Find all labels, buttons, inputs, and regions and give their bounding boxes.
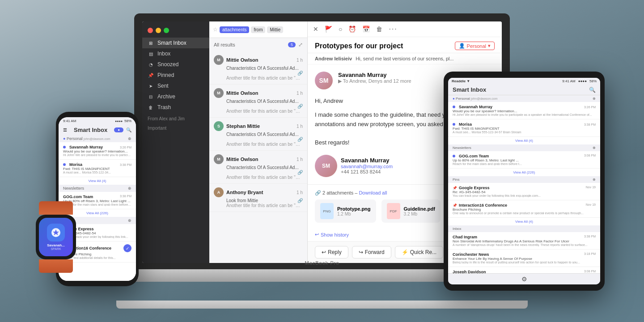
result-sender-2: Mittie Owlson: [226, 90, 258, 96]
ipad-view-all-newsletters[interactable]: View All (226): [448, 169, 600, 176]
close-button[interactable]: [148, 28, 153, 33]
search-result-4[interactable]: M Mittie Owlson 1 h Characteristics Of A…: [209, 151, 307, 184]
email-preview-bar: Andrew Ielisieiv Hi, send me last versio…: [308, 53, 502, 64]
fullscreen-button[interactable]: [164, 28, 169, 33]
personal-badge[interactable]: 👤 Personal ▾: [455, 42, 495, 50]
newsletters-menu[interactable]: ⊕: [128, 186, 131, 191]
ipad-email-1[interactable]: Savannah Murray 3:26 PM Would you be our…: [448, 102, 600, 119]
result-avatar-2: M: [214, 88, 224, 98]
attach-file-1-info: Prototype.png 1.2 Mb: [337, 206, 371, 216]
iphone-subject-1: Would you be our speaker? Internation...: [63, 149, 131, 153]
result-time-4: 1 h: [297, 157, 303, 162]
trash-icon: 🗑: [148, 104, 154, 110]
flag-icon[interactable]: 🚩: [325, 25, 332, 33]
result-preview-1: Another title for this article can be "H…: [226, 76, 303, 80]
ipad-pins-menu[interactable]: ⊕: [593, 178, 596, 182]
ipad-sender-1: Savannah Murray: [459, 105, 492, 109]
iphone-search-icon[interactable]: 🔍: [126, 127, 131, 132]
history-label: Show history: [321, 232, 349, 237]
more-icon[interactable]: ···: [389, 25, 397, 33]
attach-label: 2 attachments –: [322, 190, 359, 195]
quick-reply-button[interactable]: ⚡ Quick Re...: [395, 246, 443, 258]
ipad-pins-label: Pins: [453, 178, 460, 182]
expand-icon[interactable]: ⤢: [298, 42, 303, 48]
download-all-link[interactable]: Download all: [359, 190, 387, 195]
back-icon[interactable]: ✕: [313, 25, 318, 33]
iphone-email-1[interactable]: Savannah Murray 3:26 PM Would you be our…: [59, 142, 136, 160]
results-count: 5: [288, 42, 296, 47]
ipad-search-icon[interactable]: 🔍: [589, 87, 596, 93]
iphone-time-3: 3:38 PM: [120, 195, 131, 199]
ipad-settings-icon[interactable]: ⚙: [521, 275, 527, 283]
reply-button[interactable]: ↩ Reply: [315, 246, 348, 258]
clock-icon[interactable]: ⏰: [348, 25, 356, 33]
result-sender-4: Mittie Owlson: [226, 157, 258, 162]
search-result-1[interactable]: M Mittie Owlson 1 h Characteristics Of A…: [209, 51, 307, 85]
pdf-icon: PDF: [387, 203, 400, 219]
ipad-email-3[interactable]: GOG.com Team 3:08 PM Up to 80% off Risen…: [448, 151, 600, 169]
search-star-icon: ☆: [213, 26, 218, 33]
ipad-email-6[interactable]: Chad Ingram 3:38 PM Non Steroidal Anti I…: [448, 232, 600, 250]
ipad-bottom-bar: ⚙: [448, 273, 600, 284]
watch-app-name: SPARK: [51, 247, 61, 250]
ipad-personal-menu[interactable]: ⊕: [593, 97, 596, 101]
ipad-email-5[interactable]: 📌 Interaction16 Conference Nov 19 Brochu…: [448, 200, 600, 218]
ipad-newsletters-menu[interactable]: ⊕: [593, 146, 596, 150]
ipad-section-personal: ● Personal john@dawson.com ⊕: [448, 95, 600, 102]
minimize-button[interactable]: [156, 28, 161, 33]
sidebar-item-inbox[interactable]: ▤ Inbox: [142, 48, 209, 59]
sidebar-item-smart-inbox[interactable]: ⊞ Smart Inbox: [142, 38, 209, 48]
ipad-email-7[interactable]: Corinchester News 3:18 PM Enhance Your L…: [448, 250, 600, 267]
sidebar-item-snoozed[interactable]: ◔ Snoozed: [142, 59, 209, 70]
view-all-personal[interactable]: View All (4): [59, 177, 136, 185]
attach-file-1-size: 1.2 Mb: [337, 212, 371, 216]
search-result-2[interactable]: M Mittie Owlson 1 h Characteristics Of A…: [209, 85, 307, 118]
watch-app-icon: [47, 224, 65, 242]
sidebar-item-smart-inbox-label: Smart Inbox: [157, 40, 186, 46]
ipad-email-8[interactable]: Joseph Davidson 3:08 PM Trip To Iqaluit …: [448, 267, 600, 273]
sync-toggle[interactable]: ●: [114, 127, 123, 132]
result-preview-3: Another title for this article can be "H…: [226, 142, 303, 147]
pins-menu[interactable]: ⊕: [128, 218, 131, 223]
personal-label: Personal: [467, 43, 486, 49]
ipad-subject-3: Up to 80% off Risen 3, Metro: Last light…: [453, 158, 596, 162]
result-preview-5: Another title for this article can be "H…: [226, 203, 303, 208]
attach-file-2-size: 3.2 Mb: [404, 212, 435, 216]
forward-button[interactable]: ↪ Forward: [352, 246, 391, 258]
mittie-chip[interactable]: Mittie: [267, 26, 283, 33]
ipad-sender-5: Interaction16 Conference: [459, 203, 507, 208]
result-sender-1: Mittie Owlson: [226, 57, 258, 63]
sidebar-item-trash[interactable]: 🗑 Trash: [142, 102, 209, 113]
iphone-signal: ●●●●: [115, 119, 123, 123]
ipad-email-4[interactable]: 📌 Google Express Nov 19 Re: #G-345-0482-…: [448, 183, 600, 200]
ipad-time-2: 3:38 PM: [584, 123, 596, 126]
ipad-sender-3: GOG.com Team: [459, 154, 489, 158]
trash-action-icon[interactable]: 🗑: [376, 25, 382, 33]
from-chip[interactable]: from: [251, 26, 265, 33]
iphone-menu-icon[interactable]: ☰: [63, 127, 67, 132]
unread-dot-2: [63, 163, 66, 166]
ipad-email-2[interactable]: Morisa 3:38 PM Fwd: THIS IS MAGNIFICENT …: [448, 119, 600, 137]
ipad-unread-3: [453, 155, 455, 157]
iphone-email-2[interactable]: Morisa 3:38 PM Fwd: THIS IS MAGNIFICENT …: [59, 160, 136, 177]
section-menu-icon[interactable]: ⊕: [128, 136, 131, 141]
calendar-icon[interactable]: 📅: [362, 25, 370, 33]
sidebar-item-sent[interactable]: ➤ Sent: [142, 80, 209, 91]
ipad-view-all-personal[interactable]: View All (4): [448, 137, 600, 144]
search-result-3[interactable]: S Stephan Mittie 1 h Characteristics Of …: [209, 118, 307, 151]
sidebar-item-archive[interactable]: ⊟ Archive: [142, 91, 209, 102]
macbook-keyboard: [116, 301, 528, 309]
sidebar-item-inbox-label: Inbox: [157, 51, 170, 57]
search-result-5[interactable]: A Anthony Bryant 1 h Look from Mittie 🔗 …: [209, 184, 307, 212]
circle-icon[interactable]: ○: [339, 25, 342, 33]
ipad-section-newsletters: Newsletters ⊕: [448, 144, 600, 151]
archive-icon: ⊟: [148, 93, 154, 100]
sidebar-item-snoozed-label: Snoozed: [157, 61, 178, 68]
ipad-battery: 58%: [589, 79, 597, 83]
ipad-time-8: 3:08 PM: [584, 270, 596, 273]
sidebar-item-pinned[interactable]: 📌 Pinned: [142, 70, 209, 80]
ipad-subject-5: Brochure Pitching: [453, 208, 596, 212]
ipad-view-all-pins[interactable]: View All (4): [448, 218, 600, 225]
attachments-tag[interactable]: attachments: [220, 26, 249, 33]
iphone-time-2: 3:38 PM: [120, 163, 131, 166]
